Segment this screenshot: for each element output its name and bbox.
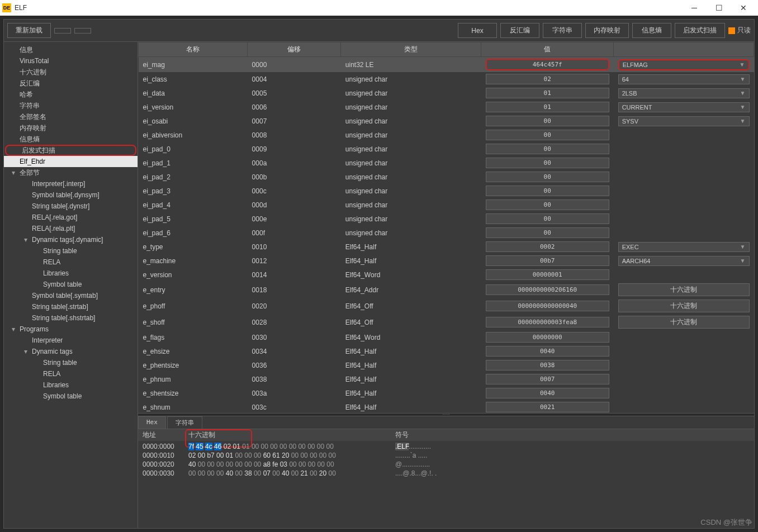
extra-dropdown[interactable]: AARCH64▼ bbox=[618, 256, 750, 266]
extra-dropdown[interactable]: CURRENT▼ bbox=[618, 102, 750, 112]
expand-icon[interactable]: ▾ bbox=[12, 325, 17, 334]
tree-item-11[interactable]: ▾全部节 bbox=[4, 167, 138, 178]
table-row[interactable]: e_ehsize0034Elf64_Half0040 bbox=[139, 344, 754, 358]
table-row[interactable]: ei_pad_3000cunsigned char00 bbox=[139, 184, 754, 198]
chevron-down-icon[interactable]: ▼ bbox=[740, 90, 746, 96]
hex-button[interactable]: 十六进制 bbox=[618, 300, 750, 312]
toolbar-btn-0[interactable]: Hex bbox=[458, 23, 497, 38]
tree-item-2[interactable]: 十六进制 bbox=[4, 66, 138, 78]
tree-item-23[interactable]: String table[.strtab] bbox=[4, 301, 138, 312]
toolbar-btn-5[interactable]: 启发式扫描 bbox=[675, 23, 725, 38]
table-row[interactable]: ei_pad_4000dunsigned char00 bbox=[139, 198, 754, 212]
value-box[interactable]: 0000000000000040 bbox=[486, 301, 609, 311]
maximize-button[interactable]: ☐ bbox=[707, 0, 731, 16]
value-box[interactable]: 464c457f bbox=[486, 59, 609, 70]
toolbar-blank-2[interactable] bbox=[74, 28, 91, 34]
value-box[interactable]: 00 bbox=[486, 130, 609, 140]
table-row[interactable]: e_phnum0038Elf64_Half0007 bbox=[139, 372, 754, 386]
table-row[interactable]: ei_abiversion0008unsigned char00 bbox=[139, 128, 754, 142]
value-box[interactable]: 00b7 bbox=[486, 255, 609, 266]
tree-item-14[interactable]: String table[.dynstr] bbox=[4, 201, 138, 212]
table-row[interactable]: e_shentsize003aElf64_Half0040 bbox=[139, 386, 754, 400]
hex-tab-1[interactable]: 字符串 bbox=[167, 416, 202, 429]
extra-dropdown[interactable]: 2LSB▼ bbox=[618, 88, 750, 98]
table-row[interactable]: e_phoff0020Elf64_Off0000000000000040十六进制 bbox=[139, 298, 754, 314]
chevron-down-icon[interactable]: ▼ bbox=[740, 258, 746, 264]
value-box[interactable]: 02 bbox=[486, 74, 609, 84]
close-button[interactable]: ✕ bbox=[731, 0, 756, 16]
value-box[interactable]: 00 bbox=[486, 186, 609, 196]
toolbar-btn-1[interactable]: 反汇编 bbox=[500, 23, 539, 38]
value-box[interactable]: 00000001 bbox=[486, 269, 609, 280]
value-box[interactable]: 0021 bbox=[486, 402, 609, 412]
table-row[interactable]: e_type0010Elf64_Half0002EXEC▼ bbox=[139, 240, 754, 254]
value-box[interactable]: 00 bbox=[486, 227, 609, 238]
tree-item-29[interactable]: RELA bbox=[4, 368, 138, 379]
value-box[interactable]: 01 bbox=[486, 102, 609, 112]
tree-item-28[interactable]: String table bbox=[4, 357, 138, 368]
expand-icon[interactable]: ▾ bbox=[24, 347, 30, 356]
th-extra[interactable] bbox=[614, 42, 754, 57]
table-row[interactable]: ei_osabi0007unsigned char00SYSV▼ bbox=[139, 114, 754, 128]
chevron-down-icon[interactable]: ▼ bbox=[740, 244, 746, 250]
extra-dropdown[interactable]: EXEC▼ bbox=[618, 242, 750, 252]
th-offset[interactable]: 偏移 bbox=[248, 42, 341, 57]
tree-item-7[interactable]: 内存映射 bbox=[4, 122, 138, 134]
value-box[interactable]: 00 bbox=[486, 158, 609, 168]
tree-item-9[interactable]: 启发式扫描 bbox=[5, 145, 136, 156]
value-box[interactable]: 0038 bbox=[486, 360, 609, 370]
table-row[interactable]: ei_pad_1000aunsigned char00 bbox=[139, 156, 754, 170]
th-type[interactable]: 类型 bbox=[341, 42, 481, 57]
table-row[interactable]: e_flags0030Elf64_Word00000000 bbox=[139, 330, 754, 344]
hex-bytes[interactable]: 00 00 00 00 40 00 38 00 07 00 40 00 21 0… bbox=[188, 469, 395, 478]
tree-item-4[interactable]: 哈希 bbox=[4, 89, 138, 100]
tree-item-21[interactable]: Symbol table bbox=[4, 279, 138, 290]
hex-tab-0[interactable]: Hex bbox=[138, 416, 166, 429]
toolbar-btn-3[interactable]: 内存映射 bbox=[585, 23, 629, 38]
value-box[interactable]: 0007 bbox=[486, 374, 609, 384]
value-box[interactable]: 00 bbox=[486, 200, 609, 210]
hex-bytes[interactable]: 7f 45 4c 46 02 01 01 00 00 00 00 00 00 0… bbox=[188, 442, 395, 451]
tree-item-16[interactable]: RELA[.rela.plt] bbox=[4, 223, 138, 234]
chevron-down-icon[interactable]: ▼ bbox=[740, 61, 745, 68]
extra-dropdown[interactable]: ELFMAG▼ bbox=[618, 59, 750, 70]
table-row[interactable]: ei_version0006unsigned char01CURRENT▼ bbox=[139, 100, 754, 114]
tree-item-15[interactable]: RELA[.rela.got] bbox=[4, 212, 138, 223]
tree-item-6[interactable]: 全部签名 bbox=[4, 111, 138, 122]
expand-icon[interactable]: ▾ bbox=[12, 168, 17, 177]
table-row[interactable]: e_shoff0028Elf64_Off000000000003fea8十六进制 bbox=[139, 314, 754, 330]
tree-item-5[interactable]: 字符串 bbox=[4, 100, 138, 111]
tree-item-24[interactable]: String table[.shstrtab] bbox=[4, 312, 138, 324]
expand-icon[interactable]: ▾ bbox=[24, 235, 30, 244]
value-box[interactable]: 00 bbox=[486, 116, 609, 126]
chevron-down-icon[interactable]: ▼ bbox=[740, 76, 746, 82]
extra-dropdown[interactable]: 64▼ bbox=[618, 74, 750, 84]
value-box[interactable]: 00000000 bbox=[486, 332, 609, 343]
value-box[interactable]: 0040 bbox=[486, 346, 609, 357]
value-box[interactable]: 00 bbox=[486, 213, 609, 224]
table-row[interactable]: ei_pad_5000eunsigned char00 bbox=[139, 212, 754, 226]
hex-bytes[interactable]: 02 00 b7 00 01 00 00 00 60 61 20 00 00 0… bbox=[188, 451, 395, 460]
extra-dropdown[interactable]: SYSV▼ bbox=[618, 116, 750, 126]
tree-item-20[interactable]: Libraries bbox=[4, 268, 138, 279]
tree-item-27[interactable]: ▾Dynamic tags bbox=[4, 346, 138, 357]
value-box[interactable]: 00 bbox=[486, 144, 609, 154]
value-box[interactable]: 0040 bbox=[486, 388, 609, 398]
tree-item-26[interactable]: Interpreter bbox=[4, 335, 138, 346]
th-name[interactable]: 名称 bbox=[139, 42, 248, 57]
table-row[interactable]: e_machine0012Elf64_Half00b7AARCH64▼ bbox=[139, 254, 754, 268]
value-box[interactable]: 0002 bbox=[486, 241, 609, 252]
value-box[interactable]: 00 bbox=[486, 172, 609, 182]
tree-item-13[interactable]: Symbol table[.dynsym] bbox=[4, 189, 138, 201]
value-box[interactable]: 0000000000206160 bbox=[486, 284, 609, 295]
table-row[interactable]: ei_data0005unsigned char012LSB▼ bbox=[139, 86, 754, 100]
tree-item-1[interactable]: VirusTotal bbox=[4, 55, 138, 66]
table-row[interactable]: e_shnum003cElf64_Half0021 bbox=[139, 400, 754, 413]
toolbar-blank-1[interactable] bbox=[54, 28, 71, 34]
table-row[interactable]: e_entry0018Elf64_Addr0000000000206160十六进… bbox=[139, 282, 754, 298]
hex-body[interactable]: 0000:00007f 45 4c 46 02 01 01 00 00 00 0… bbox=[138, 441, 754, 528]
table-row[interactable]: ei_mag0000uint32 LE464c457fELFMAG▼ bbox=[139, 57, 754, 73]
tree-item-12[interactable]: Interpreter[.interp] bbox=[4, 178, 138, 189]
table-row[interactable]: e_version0014Elf64_Word00000001 bbox=[139, 268, 754, 282]
th-value[interactable]: 值 bbox=[481, 42, 614, 57]
